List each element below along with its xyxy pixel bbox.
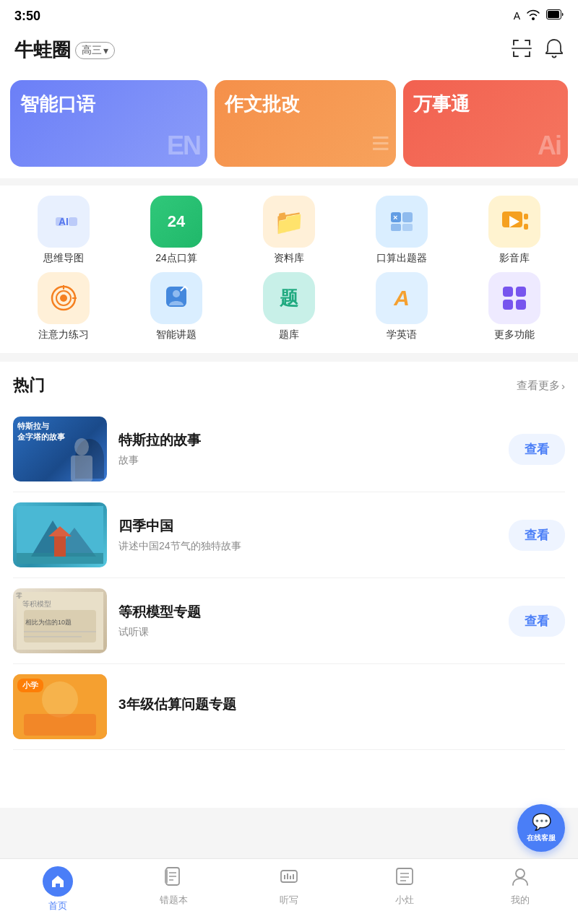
see-more-btn[interactable]: 查看更多 › — [517, 379, 565, 393]
icon-label-24-calc: 24点口算 — [155, 252, 197, 265]
banner-smart-oral[interactable]: 智能口语 EN — [10, 80, 207, 167]
nav-error-book[interactable]: 错题本 — [144, 866, 202, 912]
svg-rect-33 — [71, 456, 92, 481]
icon-label-attention: 注意力练习 — [38, 328, 89, 341]
icon-item-attention[interactable]: 注意力练习 — [17, 272, 111, 341]
header-right — [512, 38, 564, 63]
status-time: 3:50 — [14, 9, 40, 24]
banner-subtitle-1: ≡ — [371, 125, 389, 161]
svg-point-32 — [74, 438, 89, 456]
banner-section: 智能口语 EN 作文批改 ≡ 万事通 Ai — [0, 73, 578, 178]
home-icon — [43, 866, 73, 897]
icon-item-smart-lecture[interactable]: 智能讲题 — [129, 272, 223, 341]
icon-item-learn-english[interactable]: A 学英语 — [355, 272, 449, 341]
learn-english-icon: A — [376, 272, 428, 324]
banner-title-0: 智能口语 — [20, 93, 197, 116]
icon-label-question-bank: 题库 — [279, 328, 299, 341]
more-features-icon — [488, 272, 540, 324]
app-title: 牛蛙圈 — [14, 38, 71, 63]
icon-row-2: 注意力练习 智能讲题 题 题库 A 学英语 — [7, 272, 571, 341]
view-btn-tesla[interactable]: 查看 — [509, 434, 565, 465]
view-btn-equal-volume[interactable]: 查看 — [509, 606, 565, 637]
icon-item-video-lib[interactable]: 影音库 — [467, 196, 561, 265]
svg-rect-48 — [24, 714, 96, 736]
hot-section-header: 热门 查看更多 › — [13, 375, 565, 396]
nav-home[interactable]: 首页 — [29, 866, 87, 912]
svg-rect-42 — [24, 610, 96, 642]
svg-rect-5 — [529, 40, 530, 45]
icon-item-more-features[interactable]: 更多功能 — [467, 272, 561, 341]
svg-point-47 — [42, 681, 78, 718]
hot-section: 热门 查看更多 › 特斯拉与金字塔的故事 特斯拉的故事 故事 查看 — [0, 362, 578, 808]
nav-label-small-stove: 小灶 — [395, 894, 414, 907]
banner-title-1: 作文批改 — [225, 93, 386, 116]
icon-item-question-bank[interactable]: 题 题库 — [242, 272, 336, 341]
float-service-btn[interactable]: 💬 在线客服 — [517, 804, 565, 852]
listen-write-icon — [280, 866, 298, 891]
content-item-tesla: 特斯拉与金字塔的故事 特斯拉的故事 故事 查看 — [13, 406, 565, 492]
small-stove-icon — [395, 866, 414, 891]
smart-lecture-icon — [150, 272, 202, 324]
content-desc-equal-volume: 试听课 — [118, 626, 497, 639]
icon-grid-section: AI 思维导图 24 24点口算 📁 资料库 — [0, 186, 578, 353]
grade-selector[interactable]: 高三 ▾ — [75, 42, 115, 59]
content-info-equal-volume: 等积模型专题 试听课 — [118, 603, 497, 639]
content-item-equal-volume: 等积模型 相比为信的10题 零 等积模型专题 试听课 查看 — [13, 578, 565, 664]
content-info-seasons: 四季中国 讲述中国24节气的独特故事 — [118, 517, 497, 553]
nav-label-home: 首页 — [48, 899, 67, 912]
banner-title-2: 万事通 — [413, 93, 558, 116]
svg-rect-9 — [529, 51, 530, 57]
svg-rect-16 — [391, 224, 401, 231]
svg-text:相比为信的10题: 相比为信的10题 — [25, 619, 72, 626]
thumb-tesla: 特斯拉与金字塔的故事 — [13, 417, 107, 481]
svg-text:等积模型: 等积模型 — [22, 600, 51, 608]
svg-rect-53 — [165, 869, 168, 884]
bottom-nav: 首页 错题本 听写 — [0, 858, 578, 924]
svg-point-63 — [516, 869, 525, 878]
content-title-tesla: 特斯拉的故事 — [118, 431, 497, 450]
svg-rect-17 — [402, 224, 413, 231]
mind-map-icon: AI — [38, 196, 90, 248]
float-service-label: 在线客服 — [527, 833, 556, 843]
scan-icon[interactable] — [512, 38, 532, 63]
banner-subtitle-2: Ai — [538, 131, 561, 161]
status-bar: 3:50 A — [0, 0, 578, 32]
content-info-tesla: 特斯拉的故事 故事 — [118, 431, 497, 467]
icon-item-library[interactable]: 📁 资料库 — [242, 196, 336, 265]
content-item-seasons: 四季中国 讲述中国24节气的独特故事 查看 — [13, 492, 565, 578]
icon-item-oral-gen[interactable]: × 口算出题器 — [355, 196, 449, 265]
banner-everything[interactable]: 万事通 Ai — [403, 80, 568, 167]
thumb-seasons — [13, 502, 107, 567]
svg-rect-28 — [503, 287, 513, 297]
banner-subtitle-0: EN — [167, 131, 200, 161]
svg-point-23 — [60, 295, 67, 302]
svg-rect-20 — [524, 224, 528, 230]
content-title-grade3: 3年级估算问题专题 — [118, 695, 497, 714]
view-btn-seasons[interactable]: 查看 — [509, 520, 565, 551]
svg-text:×: × — [393, 213, 397, 222]
icon-item-24-calc[interactable]: 24 24点口算 — [129, 196, 223, 265]
24-calc-icon: 24 — [150, 196, 202, 248]
content-title-equal-volume: 等积模型专题 — [118, 603, 497, 622]
svg-rect-54 — [281, 871, 297, 882]
notification-icon[interactable] — [545, 38, 564, 63]
icon-label-learn-english: 学英语 — [387, 328, 417, 341]
banner-composition[interactable]: 作文批改 ≡ — [215, 80, 396, 167]
nav-small-stove[interactable]: 小灶 — [376, 866, 434, 912]
header: 牛蛙圈 高三 ▾ — [0, 32, 578, 73]
icon-item-mind-map[interactable]: AI 思维导图 — [17, 196, 111, 265]
error-book-icon — [164, 866, 183, 891]
svg-rect-31 — [516, 300, 526, 310]
chat-icon: 💬 — [532, 813, 551, 832]
battery-icon — [546, 9, 564, 22]
svg-rect-38 — [54, 536, 66, 557]
icon-label-oral-gen: 口算出题器 — [376, 252, 427, 265]
header-left: 牛蛙圈 高三 ▾ — [14, 38, 115, 63]
nav-listen-write[interactable]: 听写 — [260, 866, 318, 912]
video-lib-icon — [488, 196, 540, 248]
wifi-icon — [526, 9, 540, 23]
nav-mine[interactable]: 我的 — [491, 866, 549, 912]
attention-icon — [38, 272, 90, 324]
oral-gen-icon: × — [376, 196, 428, 248]
mine-icon — [511, 866, 530, 891]
